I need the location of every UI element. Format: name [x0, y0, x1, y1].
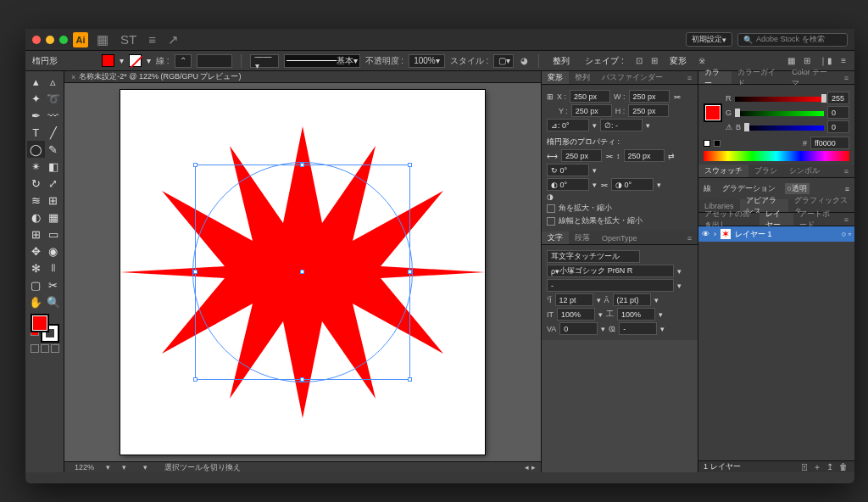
stroke-width-profile[interactable]: —— ▾ — [250, 54, 279, 68]
pie-end[interactable]: ◑ 0° — [611, 178, 654, 191]
pen-tool[interactable]: ✒ — [27, 107, 45, 124]
g-value[interactable]: 0 — [827, 106, 849, 119]
swatch-tabs[interactable]: スウォッチブラシシンボル≡ — [698, 165, 854, 178]
graph-tool[interactable]: ⫴ — [45, 259, 63, 276]
canvas[interactable] — [64, 83, 541, 461]
drawing-modes[interactable] — [27, 344, 62, 358]
stroke-swatch[interactable] — [129, 54, 142, 67]
titlebar-icon-2[interactable]: ≡ — [145, 32, 159, 47]
tail-icon-3[interactable]: ≡ — [839, 56, 848, 65]
layer-new-sublayer-icon[interactable]: ＋ — [811, 462, 823, 471]
color-fill-swatch[interactable] — [704, 103, 722, 122]
perspective-tool[interactable]: ▦ — [45, 209, 63, 226]
shear-input[interactable]: ∅: - — [600, 119, 643, 131]
pie-start[interactable]: ◐ 0° — [547, 178, 589, 191]
tail-icon-2[interactable]: ｜▮ — [817, 55, 834, 67]
shape-button[interactable]: シェイプ : — [580, 55, 629, 67]
zoom-tool[interactable]: 🔍 — [45, 293, 63, 310]
y-input[interactable]: 250 px — [571, 104, 612, 117]
fill-swatch[interactable] — [102, 54, 114, 67]
shape-icon-1[interactable]: ⊡ — [634, 56, 644, 65]
w-input[interactable]: 250 px — [629, 90, 670, 103]
width-tool[interactable]: ≋ — [27, 192, 45, 209]
scale-tool[interactable]: ⤢ — [45, 175, 63, 192]
b-value[interactable]: 0 — [827, 120, 849, 133]
eyedropper-tool[interactable]: ✥ — [27, 243, 45, 259]
magic-wand-tool[interactable]: ✦ — [27, 90, 45, 107]
stroke-weight-dropdown[interactable]: ⌃ — [175, 54, 192, 68]
ellipse-h[interactable]: 250 px — [624, 149, 665, 162]
font-family[interactable]: ρ▾ 小塚ゴシック Pr6N R — [547, 265, 674, 277]
artboard-tool[interactable]: ▢ — [27, 276, 45, 293]
leading[interactable]: (21 pt) — [613, 293, 651, 306]
layers-tabs[interactable]: アセットの書き出しレイヤーアートボード≡ — [698, 213, 854, 226]
fill-stroke-swatches[interactable] — [27, 310, 62, 344]
h-input[interactable]: 250 px — [628, 104, 669, 117]
transform-icon[interactable]: ※ — [697, 56, 707, 65]
transform-button[interactable]: 変形 — [665, 55, 692, 67]
angle-input[interactable]: ⊿: 0° — [547, 119, 589, 131]
r-slider[interactable] — [735, 95, 825, 102]
blend-tool[interactable]: ◉ — [45, 243, 63, 259]
hand-tool[interactable]: ✋ — [27, 293, 45, 310]
close-dot[interactable] — [32, 36, 41, 44]
hscale[interactable]: 100% — [557, 308, 595, 321]
touch-type-button[interactable]: 耳 文字タッチツール — [547, 250, 640, 263]
layer-row[interactable]: 👁› ✶ レイヤー 1 ○ ▫ — [698, 226, 854, 242]
paintbrush-tool[interactable]: ✎ — [45, 141, 63, 158]
transform-tabs[interactable]: 変形整列パスファインダー≡ — [542, 71, 698, 85]
font-style[interactable]: - — [547, 279, 674, 292]
color-tabs[interactable]: カラーカラーガイドColor テーマ≡ — [698, 71, 854, 85]
b-slider[interactable] — [744, 124, 824, 131]
recolor-icon[interactable]: ◕ — [519, 56, 530, 65]
tail-icon-1[interactable]: ⊞ — [802, 56, 812, 65]
stroke-weight-pts[interactable] — [197, 54, 232, 68]
symbol-sprayer-tool[interactable]: ✻ — [27, 259, 45, 276]
chk-scale-strokes[interactable] — [547, 217, 555, 226]
zoom-level[interactable]: 122% — [70, 463, 99, 471]
selection-tool[interactable]: ▴ — [27, 73, 45, 90]
rotate-tool[interactable]: ↻ — [27, 175, 45, 192]
hue-bar[interactable] — [704, 151, 849, 161]
hex-input[interactable]: ff0000 — [810, 137, 849, 149]
shape-icon-2[interactable]: ⊞ — [649, 56, 659, 65]
opacity-dropdown[interactable]: 100% ▾ — [409, 54, 445, 68]
titlebar-icon-0[interactable]: ▦ — [93, 32, 112, 47]
direct-selection-tool[interactable]: ▵ — [45, 73, 63, 90]
shape-builder-tool[interactable]: ◐ — [27, 209, 45, 226]
chk-scale-corners[interactable] — [547, 204, 555, 213]
maximize-dot[interactable] — [59, 36, 68, 44]
slice-tool[interactable]: ✂ — [45, 276, 63, 293]
font-size[interactable]: 12 pt — [555, 293, 593, 306]
layer-name[interactable]: レイヤー 1 — [735, 229, 772, 240]
type-tool[interactable]: T — [27, 124, 45, 141]
minimize-dot[interactable] — [46, 36, 54, 44]
eraser-tool[interactable]: ◧ — [45, 158, 63, 175]
ellipse-rot[interactable]: ↻ 0° — [547, 164, 589, 176]
lasso-tool[interactable]: ➰ — [45, 90, 63, 107]
g-slider[interactable] — [735, 109, 824, 116]
ellipse-tool[interactable]: ◯ — [27, 141, 45, 158]
graphic-style-dropdown[interactable]: ▢▾ — [493, 54, 514, 68]
curvature-tool[interactable]: 〰 — [45, 107, 63, 124]
kerning[interactable]: 0 — [559, 322, 598, 335]
mesh-tool[interactable]: ⊞ — [27, 226, 45, 243]
eye-icon[interactable]: 👁 — [702, 230, 709, 238]
shaper-tool[interactable]: ✴ — [27, 158, 45, 175]
line-tool[interactable]: ╱ — [45, 124, 63, 141]
stroke-style[interactable]: 基本▾ — [284, 54, 360, 68]
x-input[interactable]: 250 px — [570, 90, 610, 103]
type-tabs[interactable]: 文字段落OpenType≡ — [542, 231, 698, 245]
layer-trash-icon[interactable]: 🗑 — [837, 462, 849, 471]
workspace-dropdown[interactable]: 初期設定 ▾ — [686, 32, 732, 47]
tail-icon-0[interactable]: ▦ — [786, 56, 797, 65]
free-transform-tool[interactable]: ⊞ — [45, 192, 63, 209]
gradient-tool[interactable]: ▭ — [45, 226, 63, 243]
titlebar-icon-3[interactable]: ↗ — [164, 32, 182, 47]
aki[interactable]: - — [619, 322, 657, 335]
layer-locate-icon[interactable]: ⍐ — [800, 462, 809, 471]
document-tab[interactable]: × 名称未設定-2* @ 122% (RGB/GPU プレビュー) — [64, 71, 541, 83]
selection-bounding-box[interactable] — [195, 165, 410, 380]
ellipse-w[interactable]: 250 px — [561, 149, 602, 162]
search-input[interactable]: 🔍 Adobe Stock を検索 — [737, 33, 848, 47]
